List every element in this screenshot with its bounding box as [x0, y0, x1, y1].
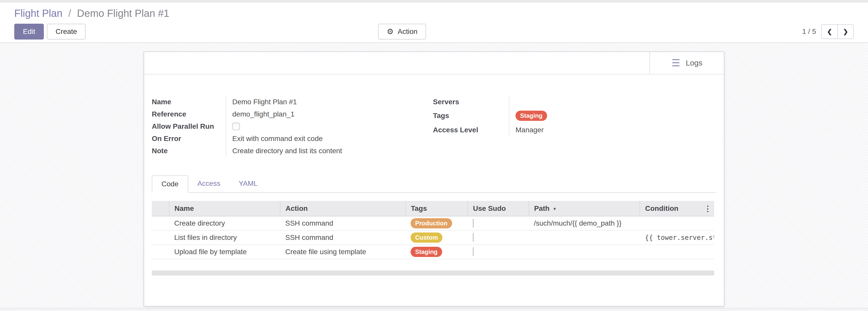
table-header-row: Name Action Tags Use Sudo Path▼ Conditio… — [152, 201, 714, 216]
field-value-name: Demo Flight Plan #1 — [226, 98, 297, 106]
cell-name: Upload file by template — [169, 245, 280, 259]
cell-tags: Production — [405, 216, 468, 230]
field-label: Access Level — [433, 123, 509, 137]
field-label: Name — [152, 96, 226, 108]
column-header-handle — [152, 201, 169, 216]
use-sudo-checkbox[interactable] — [473, 247, 474, 256]
allow-parallel-run-checkbox[interactable] — [232, 123, 240, 130]
optional-columns-icon[interactable]: ⋮ — [704, 204, 712, 213]
row-handle-cell — [152, 245, 169, 259]
pager: 1 / 5 ❮ ❯ — [802, 24, 854, 39]
column-header-condition[interactable]: Condition ⋮ — [640, 201, 714, 216]
cell-action: SSH command — [280, 230, 405, 245]
column-header-tags[interactable]: Tags — [405, 201, 468, 216]
field-groups: Name Demo Flight Plan #1 Reference demo_… — [152, 96, 716, 157]
column-header-name[interactable]: Name — [169, 201, 280, 216]
column-header-condition-label: Condition — [645, 204, 679, 213]
tag-production: Production — [410, 218, 452, 228]
control-panel: Flight Plan / Demo Flight Plan #1 Edit C… — [0, 3, 868, 43]
cell-tags: Staging — [405, 245, 468, 259]
cell-condition — [640, 216, 714, 230]
button-box: ☰ Logs — [144, 52, 724, 75]
breadcrumb-separator: / — [68, 8, 71, 19]
logs-button-label: Logs — [686, 59, 703, 67]
cell-use-sudo — [468, 216, 529, 230]
field-row-on-error: On Error Exit with command exit code — [152, 133, 427, 145]
notebook-tabs: Code Access YAML — [152, 175, 716, 193]
cell-action: SSH command — [280, 216, 405, 230]
use-sudo-checkbox[interactable] — [473, 233, 474, 242]
create-button[interactable]: Create — [47, 24, 86, 39]
tag-custom: Custom — [410, 232, 442, 243]
cell-tags: Custom — [405, 230, 468, 245]
field-value-note: Create directory and list its content — [226, 147, 342, 155]
table-row[interactable]: Upload file by template Create file usin… — [152, 245, 714, 259]
field-row-access-level: Access Level Manager — [433, 123, 652, 137]
table-row[interactable]: List files in directory SSH command Cust… — [152, 230, 714, 245]
column-header-action[interactable]: Action — [280, 201, 405, 216]
form-sheet: Name Demo Flight Plan #1 Reference demo_… — [144, 75, 724, 306]
field-label: Tags — [433, 108, 509, 123]
logs-list-icon: ☰ — [671, 58, 680, 68]
field-group-left: Name Demo Flight Plan #1 Reference demo_… — [152, 96, 427, 157]
cell-use-sudo — [468, 245, 529, 259]
logs-button[interactable]: ☰ Logs — [649, 52, 724, 74]
row-handle-cell — [152, 216, 169, 230]
pager-value: 1 / 5 — [802, 28, 816, 36]
use-sudo-checkbox[interactable] — [473, 219, 474, 228]
cell-use-sudo — [468, 230, 529, 245]
column-header-path[interactable]: Path▼ — [529, 201, 640, 216]
tag-staging: Staging — [410, 247, 442, 257]
bottom-strip — [0, 308, 868, 311]
cell-action: Create file using template — [280, 245, 405, 259]
breadcrumb: Flight Plan / Demo Flight Plan #1 — [14, 6, 854, 21]
field-value-reference: demo_flight_plan_1 — [226, 110, 294, 118]
cell-condition — [640, 245, 714, 259]
field-value-access-level: Manager — [509, 126, 544, 134]
field-label: On Error — [152, 133, 226, 145]
top-strip — [0, 0, 868, 3]
field-row-tags: Tags Staging — [433, 108, 652, 123]
action-menu-button[interactable]: ⚙ Action — [378, 24, 426, 39]
field-group-right: Servers Tags Staging Access Level Manage… — [433, 96, 652, 157]
pager-next-button[interactable]: ❯ — [837, 25, 853, 38]
cell-name: List files in directory — [169, 230, 280, 245]
form-view-background: ☰ Logs Name Demo Flight Plan #1 Referenc… — [0, 43, 868, 308]
field-value-on-error: Exit with command exit code — [226, 135, 323, 143]
cell-path — [529, 230, 640, 245]
tab-code[interactable]: Code — [152, 175, 188, 193]
pager-previous-button[interactable]: ❮ — [822, 25, 837, 38]
field-label: Reference — [152, 108, 226, 120]
field-label: Servers — [433, 96, 509, 108]
breadcrumb-link-flight-plan[interactable]: Flight Plan — [14, 8, 62, 19]
field-row-name: Name Demo Flight Plan #1 — [152, 96, 427, 108]
horizontal-scrollbar[interactable] — [152, 271, 714, 276]
commands-list-table: Name Action Tags Use Sudo Path▼ Conditio… — [152, 201, 714, 259]
cell-condition: {{ tower.server.st — [640, 230, 714, 245]
cell-path — [529, 245, 640, 259]
cell-path: /such/much/{{ demo_path }} — [529, 216, 640, 230]
edit-button[interactable]: Edit — [14, 24, 44, 39]
field-row-note: Note Create directory and list its conte… — [152, 145, 427, 157]
column-header-path-label: Path — [534, 204, 550, 213]
table-row[interactable]: Create directory SSH command Production … — [152, 216, 714, 230]
form-sheet-card: ☰ Logs Name Demo Flight Plan #1 Referenc… — [144, 52, 724, 306]
field-row-reference: Reference demo_flight_plan_1 — [152, 108, 427, 120]
action-menu-label: Action — [398, 28, 417, 36]
sort-descending-icon: ▼ — [553, 207, 557, 211]
page: Flight Plan / Demo Flight Plan #1 Edit C… — [0, 0, 868, 311]
control-panel-buttons-row: Edit Create ⚙ Action 1 / 5 ❮ ❯ — [14, 21, 854, 42]
cell-name: Create directory — [169, 216, 280, 230]
column-header-use-sudo[interactable]: Use Sudo — [468, 201, 529, 216]
tag-staging[interactable]: Staging — [516, 111, 547, 121]
field-label: Note — [152, 145, 226, 157]
tab-access[interactable]: Access — [188, 175, 229, 192]
field-label: Allow Parallel Run — [152, 120, 226, 133]
row-handle-cell — [152, 230, 169, 245]
field-row-servers: Servers — [433, 96, 652, 108]
gear-icon: ⚙ — [386, 28, 394, 35]
field-row-allow-parallel-run: Allow Parallel Run — [152, 120, 427, 133]
page-title: Demo Flight Plan #1 — [77, 8, 169, 19]
tab-yaml[interactable]: YAML — [229, 175, 267, 192]
